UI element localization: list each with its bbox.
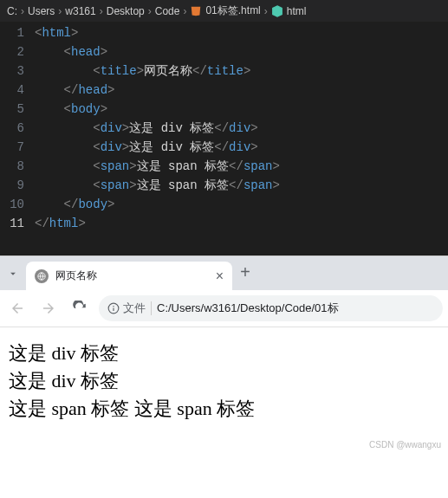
symbol-icon bbox=[271, 5, 283, 17]
browser-window: 网页名称 × + 文件 C:/Users/w3161/Desktop/Code/… bbox=[0, 255, 448, 455]
breadcrumb-item[interactable]: w3161 bbox=[65, 5, 95, 17]
tab-bar: 网页名称 × + bbox=[0, 255, 448, 290]
rendered-span: 这是 span 标签 bbox=[134, 398, 255, 419]
chevron-right-icon: › bbox=[148, 5, 152, 17]
address-bar: 文件 C:/Users/w3161/Desktop/Code/01标 bbox=[0, 290, 448, 327]
back-button[interactable] bbox=[5, 296, 29, 320]
url-box[interactable]: 文件 C:/Users/w3161/Desktop/Code/01标 bbox=[99, 295, 443, 321]
file-label: 文件 bbox=[123, 301, 146, 316]
page-content: 这是 div 标签 这是 div 标签 这是 span 标签 这是 span 标… bbox=[0, 327, 448, 435]
chevron-right-icon: › bbox=[264, 5, 268, 17]
new-tab-button[interactable]: + bbox=[232, 263, 258, 283]
site-info-button[interactable]: 文件 bbox=[107, 301, 146, 316]
chevron-right-icon: › bbox=[58, 5, 62, 17]
line-number-gutter: 1234567891011 bbox=[0, 23, 35, 233]
chevron-right-icon: › bbox=[21, 5, 24, 17]
tab-title: 网页名称 bbox=[55, 268, 209, 283]
breadcrumb-item[interactable]: Users bbox=[28, 5, 55, 17]
close-icon[interactable]: × bbox=[216, 268, 224, 284]
forward-button[interactable] bbox=[36, 296, 61, 320]
code-editor: C: › Users › w3161 › Desktop › Code › 01… bbox=[0, 0, 448, 255]
watermark: CSDN @wwangxu bbox=[0, 435, 448, 455]
chevron-right-icon: › bbox=[183, 5, 186, 17]
breadcrumb: C: › Users › w3161 › Desktop › Code › 01… bbox=[0, 0, 448, 22]
breadcrumb-item[interactable]: html bbox=[287, 5, 307, 17]
rendered-div: 这是 div 标签 bbox=[9, 340, 439, 367]
url-text: C:/Users/w3161/Desktop/Code/01标 bbox=[157, 301, 339, 316]
browser-tab[interactable]: 网页名称 × bbox=[26, 262, 232, 291]
separator bbox=[151, 301, 152, 315]
tab-search-button[interactable] bbox=[0, 268, 26, 280]
rendered-div: 这是 div 标签 bbox=[9, 367, 439, 395]
reload-button[interactable] bbox=[68, 296, 92, 320]
chevron-right-icon: › bbox=[100, 5, 103, 17]
breadcrumb-item[interactable]: C: bbox=[7, 5, 17, 17]
rendered-span: 这是 span 标签 bbox=[9, 398, 129, 419]
globe-icon bbox=[35, 269, 49, 283]
breadcrumb-item[interactable]: Code bbox=[155, 5, 180, 17]
breadcrumb-item[interactable]: Desktop bbox=[107, 5, 145, 17]
breadcrumb-item[interactable]: 01标签.html bbox=[205, 3, 260, 18]
code-content[interactable]: <html> <head> <title>网页名称</title> </head… bbox=[35, 23, 448, 233]
html-file-icon bbox=[190, 5, 202, 17]
